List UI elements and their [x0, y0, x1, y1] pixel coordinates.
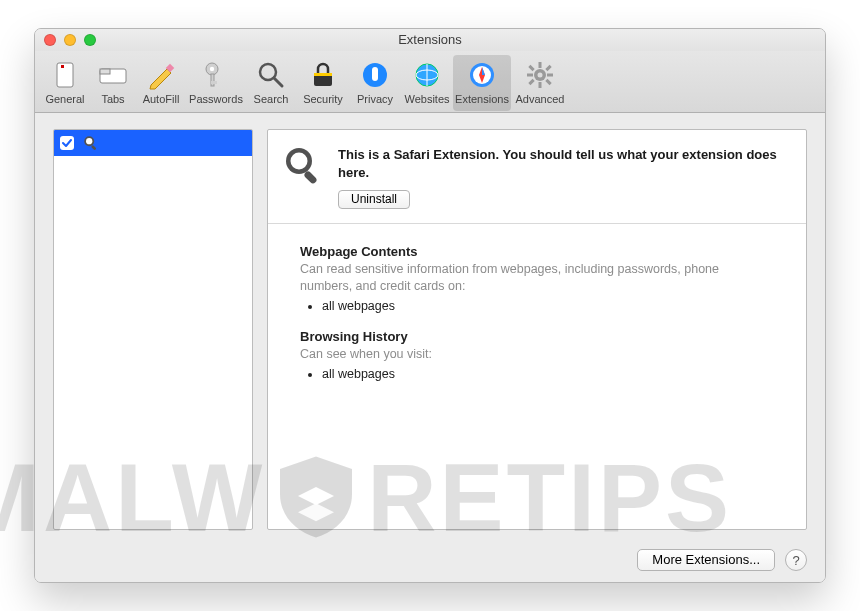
svg-point-31 [86, 138, 92, 144]
svg-rect-0 [57, 63, 73, 87]
tab-tabs[interactable]: Tabs [91, 55, 135, 111]
tab-security[interactable]: Security [297, 55, 349, 111]
svg-rect-1 [61, 65, 64, 68]
window-title: Extensions [35, 29, 825, 51]
preferences-window: Extensions General Tabs AutoFill Passwor… [34, 28, 826, 583]
privacy-icon [359, 59, 391, 91]
tab-passwords[interactable]: Passwords [187, 55, 245, 111]
tab-autofill[interactable]: AutoFill [135, 55, 187, 111]
close-window-button[interactable] [44, 34, 56, 46]
svg-rect-7 [211, 74, 214, 86]
footer: More Extensions... ? [35, 538, 825, 582]
more-extensions-button[interactable]: More Extensions... [637, 549, 775, 571]
preferences-toolbar: General Tabs AutoFill Passwords Search [35, 51, 825, 113]
svg-rect-12 [314, 73, 332, 76]
extensions-sidebar [53, 129, 253, 530]
search-icon [255, 59, 287, 91]
svg-rect-14 [372, 67, 378, 81]
perm-item: all webpages [322, 299, 774, 313]
permissions-section: Webpage Contents Can read sensitive info… [268, 224, 806, 417]
detail-header: This is a Safari Extension. You should t… [268, 130, 806, 224]
tab-advanced[interactable]: Advanced [511, 55, 569, 111]
svg-point-34 [291, 153, 308, 170]
tabs-icon [97, 59, 129, 91]
autofill-icon [145, 59, 177, 91]
svg-rect-27 [545, 65, 551, 71]
tab-extensions[interactable]: Extensions [453, 55, 511, 111]
svg-rect-26 [545, 79, 551, 85]
gear-icon [524, 59, 556, 91]
svg-rect-25 [528, 65, 534, 71]
key-icon [200, 59, 232, 91]
svg-rect-21 [539, 62, 542, 68]
tab-search[interactable]: Search [245, 55, 297, 111]
websites-icon [411, 59, 443, 91]
perm-heading-browsing-history: Browsing History [300, 329, 774, 344]
extension-detail: This is a Safari Extension. You should t… [267, 129, 807, 530]
tab-general[interactable]: General [39, 55, 91, 111]
svg-rect-22 [539, 82, 542, 88]
magnifier-icon [82, 134, 100, 152]
general-icon [49, 59, 81, 91]
svg-rect-8 [211, 81, 217, 84]
tab-privacy[interactable]: Privacy [349, 55, 401, 111]
minimize-window-button[interactable] [64, 34, 76, 46]
svg-rect-24 [547, 74, 553, 77]
zoom-window-button[interactable] [84, 34, 96, 46]
compass-icon [466, 59, 498, 91]
titlebar: Extensions [35, 29, 825, 51]
svg-point-6 [210, 67, 214, 71]
svg-rect-32 [91, 145, 97, 151]
magnifier-icon [282, 144, 324, 186]
svg-rect-3 [100, 69, 110, 74]
traffic-lights [44, 34, 96, 46]
extension-list-item[interactable] [54, 130, 252, 156]
extension-description: This is a Safari Extension. You should t… [338, 144, 788, 181]
perm-desc: Can see when you visit: [300, 346, 774, 363]
uninstall-button[interactable]: Uninstall [338, 190, 410, 209]
svg-rect-28 [528, 79, 534, 85]
perm-desc: Can read sensitive information from webp… [300, 261, 774, 295]
svg-line-10 [274, 78, 282, 86]
tab-websites[interactable]: Websites [401, 55, 453, 111]
extension-enabled-checkbox[interactable] [60, 136, 74, 150]
svg-rect-23 [527, 74, 533, 77]
svg-point-29 [538, 73, 543, 78]
help-button[interactable]: ? [785, 549, 807, 571]
lock-icon [307, 59, 339, 91]
perm-item: all webpages [322, 367, 774, 381]
perm-heading-webpage-contents: Webpage Contents [300, 244, 774, 259]
content-area: This is a Safari Extension. You should t… [35, 113, 825, 538]
